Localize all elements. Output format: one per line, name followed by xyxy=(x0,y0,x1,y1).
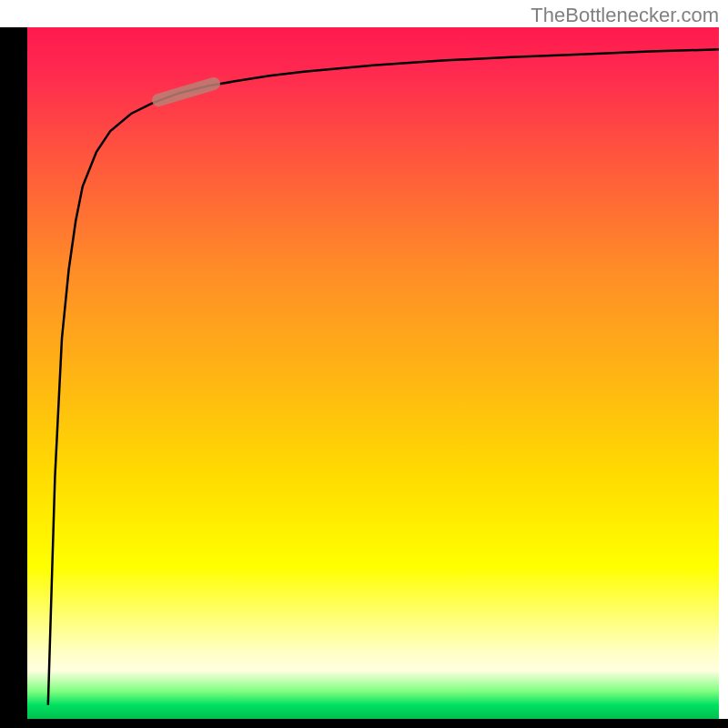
heatmap-gradient xyxy=(27,27,719,719)
bottleneck-chart: TheBottlenecker.com xyxy=(0,0,728,728)
x-axis xyxy=(0,719,728,728)
watermark-text: TheBottlenecker.com xyxy=(531,4,719,27)
plot-area xyxy=(27,27,719,719)
y-axis xyxy=(0,27,27,719)
